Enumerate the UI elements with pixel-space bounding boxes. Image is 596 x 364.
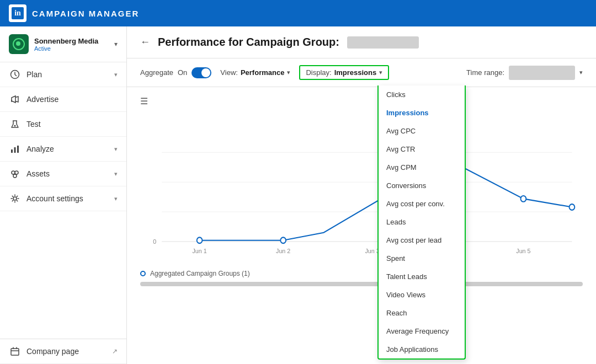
toggle-knob: [201, 68, 210, 77]
avatar-dot: [16, 41, 20, 46]
account-selector[interactable]: Sonnenberg Media Active ▾: [0, 26, 126, 62]
chart-legend: Aggregated Campaign Groups (1): [140, 270, 583, 277]
svg-rect-3: [14, 147, 16, 153]
account-chevron-icon: ▾: [114, 40, 118, 48]
test-icon: [9, 119, 21, 129]
svg-point-6: [15, 171, 18, 174]
avatar-graphic: [11, 36, 26, 52]
app-title: CAMPAIGN MANAGER: [32, 9, 139, 18]
sidebar-item-test-label: Test: [26, 120, 118, 129]
svg-point-1: [14, 125, 16, 127]
aggregate-toggle[interactable]: [191, 67, 211, 78]
aggregate-label: Aggregate: [140, 68, 173, 77]
sidebar-item-company-page[interactable]: Company page ↗: [0, 339, 126, 364]
controls-bar: Aggregate On View: Performance ▾ Display…: [127, 58, 596, 87]
sidebar-item-assets[interactable]: Assets ▾: [0, 162, 126, 186]
dropdown-item-conversions[interactable]: Conversions: [379, 176, 465, 195]
svg-text:0: 0: [153, 238, 156, 245]
view-label: View:: [220, 68, 238, 77]
legend-dot: [140, 271, 146, 276]
svg-rect-2: [11, 149, 13, 153]
back-button[interactable]: ←: [140, 36, 150, 48]
dropdown-item-avg-ctr[interactable]: Avg CTR: [379, 140, 465, 158]
legend-label: Aggregated Campaign Groups (1): [150, 270, 250, 277]
display-control[interactable]: Display: Impressions ▾: [299, 65, 389, 80]
svg-point-16: [280, 237, 286, 243]
dropdown-item-job-applications[interactable]: Job Applications: [379, 340, 465, 358]
sidebar-item-test[interactable]: Test: [0, 112, 126, 137]
account-status: Active: [34, 45, 114, 52]
external-link-icon: ↗: [112, 347, 118, 355]
li-logo-icon: in: [12, 7, 24, 19]
account-info: Sonnenberg Media Active: [34, 37, 114, 52]
account-name: Sonnenberg Media: [34, 37, 114, 45]
account-settings-chevron-icon: ▾: [114, 195, 118, 202]
top-bar: in CAMPAIGN MANAGER: [0, 0, 596, 26]
view-value: Performance: [241, 68, 284, 77]
chart-menu-icon[interactable]: ☰: [140, 96, 583, 106]
time-label: Time range:: [466, 68, 504, 77]
display-dropdown-icon: ▾: [379, 69, 382, 76]
display-dropdown: Clicks Impressions Avg CPC Avg CTR Avg C…: [377, 85, 466, 360]
sidebar-item-advertise-label: Advertise: [26, 95, 118, 104]
dropdown-item-spent[interactable]: Spent: [379, 249, 465, 267]
svg-point-7: [13, 174, 17, 178]
svg-point-19: [570, 204, 575, 210]
sidebar-item-company-page-label: Company page: [26, 347, 112, 356]
assets-chevron-icon: ▾: [114, 170, 118, 178]
display-label: Display:: [306, 68, 331, 77]
svg-point-5: [12, 171, 15, 174]
sidebar-item-account-settings-label: Account settings: [26, 194, 114, 203]
analyze-icon: [9, 144, 21, 154]
svg-text:Jun 5: Jun 5: [516, 248, 530, 255]
time-range-placeholder: [509, 66, 575, 80]
settings-icon: [9, 194, 21, 204]
plan-icon: [9, 69, 21, 79]
sidebar-item-plan[interactable]: Plan ▾: [0, 62, 126, 87]
svg-rect-4: [17, 146, 19, 153]
main-layout: Sonnenberg Media Active ▾ Plan ▾: [0, 26, 596, 364]
account-avatar: [9, 34, 29, 54]
content-area: ← Performance for Campaign Group: Aggreg…: [127, 26, 596, 364]
svg-point-15: [197, 237, 203, 243]
sidebar-item-analyze-label: Analyze: [26, 144, 114, 153]
advertise-icon: [9, 94, 21, 104]
linkedin-logo: in: [9, 4, 26, 22]
aggregate-on-label: On: [178, 68, 187, 77]
performance-chart: 0 Jun 1 Jun 2 Jun 3 Jun 4 Jun 5: [140, 111, 583, 265]
dropdown-item-talent-leads[interactable]: Talent Leads: [379, 267, 465, 286]
dropdown-item-video-views[interactable]: Video Views: [379, 286, 465, 304]
campaign-name-placeholder: [347, 36, 419, 49]
svg-point-18: [521, 196, 526, 202]
dropdown-item-clicks[interactable]: Clicks: [379, 85, 465, 104]
chart-scrollbar[interactable]: [140, 282, 583, 286]
dropdown-item-avg-cpm[interactable]: Avg CPM: [379, 158, 465, 176]
sidebar-item-advertise[interactable]: Advertise: [0, 87, 126, 112]
dropdown-item-reach[interactable]: Reach: [379, 304, 465, 322]
svg-rect-9: [11, 349, 19, 355]
page-header: ← Performance for Campaign Group:: [127, 26, 596, 58]
dropdown-item-avg-cpc[interactable]: Avg CPC: [379, 122, 465, 140]
company-icon: [9, 346, 21, 356]
svg-point-8: [13, 197, 17, 200]
svg-text:Jun 1: Jun 1: [192, 248, 206, 255]
view-dropdown-icon: ▾: [287, 69, 290, 76]
time-range-chevron-icon[interactable]: ▾: [579, 69, 583, 76]
dropdown-item-impressions[interactable]: Impressions: [379, 104, 465, 122]
sidebar-item-account-settings[interactable]: Account settings ▾: [0, 186, 126, 211]
dropdown-item-leads[interactable]: Leads: [379, 213, 465, 231]
page-title: Performance for Campaign Group:: [158, 36, 419, 49]
analyze-chevron-icon: ▾: [114, 146, 118, 153]
sidebar-item-analyze[interactable]: Analyze ▾: [0, 137, 126, 162]
dropdown-item-avg-cost-conv[interactable]: Avg cost per conv.: [379, 195, 465, 213]
sidebar-item-assets-label: Assets: [26, 169, 114, 178]
view-control[interactable]: View: Performance ▾: [220, 68, 290, 77]
chart-container: 0 Jun 1 Jun 2 Jun 3 Jun 4 Jun 5: [140, 111, 583, 265]
chart-area: ☰ 0: [127, 87, 596, 364]
dropdown-item-avg-cost-lead[interactable]: Avg cost per lead: [379, 231, 465, 249]
display-value: Impressions: [334, 68, 377, 77]
dropdown-item-avg-frequency[interactable]: Average Frequency: [379, 322, 465, 340]
plan-chevron-icon: ▾: [114, 71, 118, 78]
time-range-control: Time range: ▾: [466, 66, 583, 80]
assets-icon: [9, 169, 21, 179]
